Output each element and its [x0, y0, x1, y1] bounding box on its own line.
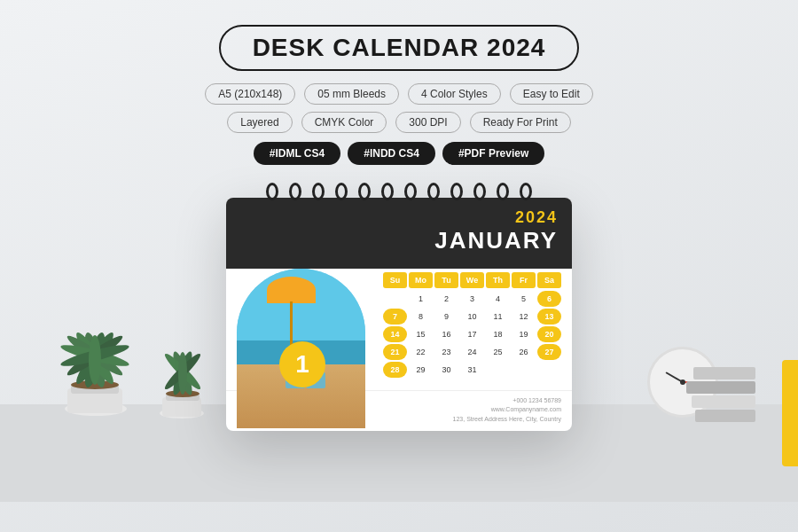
tags-row-2: Layered CMYK Color 300 DPI Ready For Pri… — [227, 112, 570, 133]
date-20: 20 — [537, 326, 561, 342]
date-31: 31 — [460, 362, 484, 378]
coil-8 — [427, 183, 440, 200]
date-7: 7 — [383, 309, 407, 325]
coil-6 — [381, 183, 394, 200]
tag-dpi: 300 DPI — [395, 112, 460, 133]
date-empty-2 — [486, 362, 510, 378]
calendar-year: 2024 — [434, 208, 558, 227]
date-21: 21 — [383, 344, 407, 360]
date-19: 19 — [512, 326, 536, 342]
tag-color-styles: 4 Color Styles — [408, 83, 501, 105]
date-13: 13 — [537, 309, 561, 325]
date-11: 11 — [486, 309, 510, 325]
company-website: www.Companyname.com — [453, 405, 561, 415]
books-stack — [686, 367, 755, 422]
calendar-body: 1 Su Mo Tu We Th Fr Sa 1 2 3 — [226, 269, 572, 387]
date-30: 30 — [434, 362, 458, 378]
page-title: DESK CALENDAR 2024 — [253, 34, 546, 61]
tag-print: Ready For Print — [470, 112, 571, 133]
tag-bleeds: 05 mm Bleeds — [304, 83, 399, 105]
coil-2 — [289, 183, 301, 200]
day-th: Th — [486, 272, 510, 288]
coil-10 — [473, 183, 486, 200]
content-wrapper: DESK CALENDAR 2024 A5 (210x148) 05 mm Bl… — [0, 0, 798, 183]
date-25: 25 — [486, 344, 510, 360]
date-23: 23 — [434, 344, 458, 360]
btn-indd[interactable]: #INDD CS4 — [348, 142, 435, 165]
day-we: We — [460, 272, 484, 288]
calendar-month: JANUARY — [434, 227, 558, 254]
coil-1 — [266, 183, 278, 200]
date-10: 10 — [460, 309, 484, 325]
date-22: 22 — [409, 344, 433, 360]
days-header: Su Mo Tu We Th Fr Sa — [383, 272, 561, 288]
coil-4 — [335, 183, 348, 200]
month-info: 2024 JANUARY — [434, 208, 558, 254]
date-12: 12 — [512, 309, 536, 325]
coil-11 — [497, 183, 509, 200]
date-16: 16 — [434, 326, 458, 342]
scene: 2024 JANUARY — [0, 183, 798, 502]
yellow-accent-strip — [782, 360, 798, 466]
btn-pdf[interactable]: #PDF Preview — [442, 142, 544, 165]
tag-size: A5 (210x148) — [205, 83, 295, 105]
company-address: 123, Street Address Here, City, Country — [453, 415, 561, 425]
date-14: 14 — [383, 326, 407, 342]
date-27: 27 — [537, 344, 561, 360]
date-8: 8 — [409, 309, 433, 325]
date-3: 3 — [460, 291, 484, 307]
book-4 — [695, 410, 755, 422]
btn-idml[interactable]: #IDML CS4 — [254, 142, 340, 165]
coil-9 — [450, 183, 463, 200]
clock-center-dot — [680, 379, 685, 385]
tags-row-1: A5 (210x148) 05 mm Bleeds 4 Color Styles… — [205, 83, 592, 105]
date-29: 29 — [409, 362, 433, 378]
date-2: 2 — [434, 291, 458, 307]
date-empty-1 — [383, 291, 407, 307]
day-sa: Sa — [537, 272, 561, 288]
date-1: 1 — [409, 291, 433, 307]
company-details: +000 1234 56789 www.Companyname.com 123,… — [453, 396, 561, 425]
svg-point-12 — [89, 335, 101, 385]
book-2 — [686, 381, 755, 394]
date-empty-3 — [512, 362, 536, 378]
date-24: 24 — [460, 344, 484, 360]
umbrella-canopy — [267, 277, 316, 303]
calendar: 2024 JANUARY — [226, 198, 572, 432]
coil-7 — [404, 183, 417, 200]
day-su: Su — [383, 272, 407, 288]
spiral-binding — [261, 182, 537, 201]
date-18: 18 — [486, 326, 510, 342]
calendar-dates: 1 2 3 4 5 6 7 8 9 10 11 12 13 14 15 — [383, 291, 561, 378]
date-empty-4 — [537, 362, 561, 378]
date-9: 9 — [434, 309, 458, 325]
title-box: DESK CALENDAR 2024 — [219, 25, 580, 71]
svg-point-21 — [178, 352, 187, 395]
coil-3 — [312, 183, 325, 200]
book-1 — [693, 367, 755, 379]
day-tu: Tu — [434, 272, 458, 288]
date-4: 4 — [486, 291, 510, 307]
tag-layered: Layered — [227, 112, 292, 133]
date-17: 17 — [460, 326, 484, 342]
calendar-grid: Su Mo Tu We Th Fr Sa 1 2 3 4 5 6 — [383, 269, 561, 378]
company-phone: +000 1234 56789 — [453, 396, 561, 406]
book-3 — [692, 395, 755, 408]
tag-edit: Easy to Edit — [510, 83, 593, 105]
tag-cmyk: CMYK Color — [301, 112, 387, 133]
date-5: 5 — [512, 291, 536, 307]
day-mo: Mo — [409, 272, 433, 288]
format-row: #IDML CS4 #INDD CS4 #PDF Preview — [254, 142, 545, 165]
coil-5 — [358, 183, 371, 200]
date-6: 6 — [537, 291, 561, 307]
month-number-badge: 1 — [279, 341, 325, 387]
calendar-header: 2024 JANUARY — [226, 198, 572, 269]
coil-12 — [520, 183, 532, 200]
plant-right — [146, 298, 217, 422]
date-28: 28 — [383, 362, 407, 378]
date-15: 15 — [409, 326, 433, 342]
day-fr: Fr — [512, 272, 536, 288]
date-26: 26 — [512, 344, 536, 360]
